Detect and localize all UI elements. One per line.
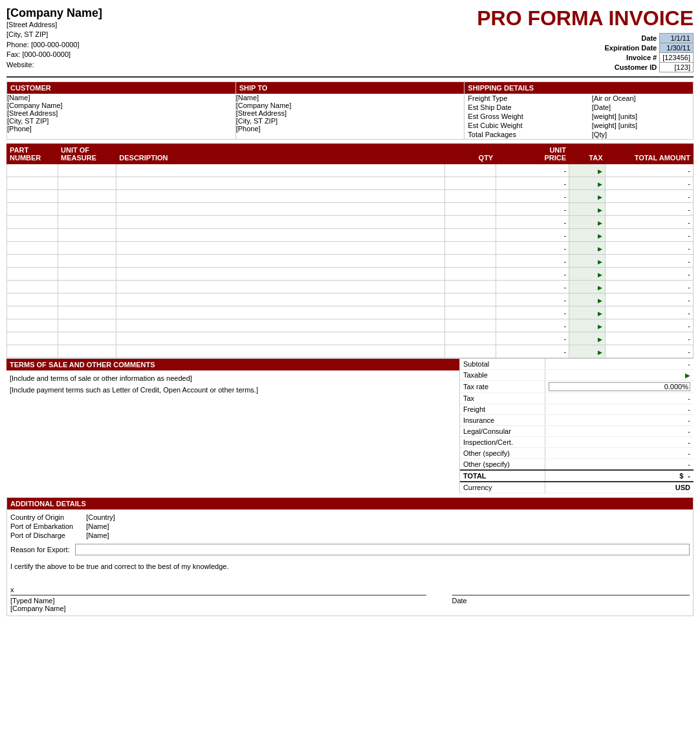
cell-qty xyxy=(445,203,496,216)
cell-part xyxy=(7,242,58,255)
insurance-label: Insurance xyxy=(460,415,545,426)
table-row: - ▶ - xyxy=(7,345,694,358)
table-row: - ▶ - xyxy=(7,164,694,177)
cell-price: - xyxy=(496,177,569,190)
cell-qty xyxy=(445,345,496,358)
cell-part xyxy=(7,229,58,242)
terms-header: TERMS OF SALE AND OTHER COMMENTS xyxy=(6,359,459,370)
table-row: - ▶ - xyxy=(7,216,694,229)
customer-header: CUSTOMER xyxy=(7,82,235,94)
cell-tax: ▶ xyxy=(569,294,606,306)
other1-row: Other (specify) - xyxy=(460,448,694,459)
sig-company: [Company Name] xyxy=(10,605,426,612)
tax-rate-input[interactable] xyxy=(549,382,690,391)
dollar-sign: $ xyxy=(679,472,686,480)
shipping-row-gross: Est Gross Weight [weight] [units] xyxy=(465,112,693,121)
cubic-weight-value: [weight] [units] xyxy=(589,121,693,130)
reason-input[interactable] xyxy=(75,544,690,555)
additional-table: Country of Origin [Country] Port of Emba… xyxy=(10,513,122,540)
cell-tax: ▶ xyxy=(569,332,606,345)
cell-part xyxy=(7,332,58,345)
cell-part xyxy=(7,177,58,190)
table-row: - ▶ - xyxy=(7,255,694,268)
tax-rate-row: Tax rate xyxy=(460,381,694,393)
taxable-value: ▶ xyxy=(545,370,694,381)
info-columns: CUSTOMER [Name] [Company Name] [Street A… xyxy=(6,81,694,140)
freight-value: [Air or Ocean] xyxy=(589,94,693,103)
cell-total: - xyxy=(606,332,694,345)
insurance-value: - xyxy=(545,415,694,426)
total-value: $ - xyxy=(545,470,694,482)
cell-tax: ▶ xyxy=(569,345,606,358)
cell-unit xyxy=(58,177,116,190)
terms-block: TERMS OF SALE AND OTHER COMMENTS [Includ… xyxy=(6,359,460,493)
reason-label: Reason for Export: xyxy=(10,546,70,553)
cell-part xyxy=(7,164,58,177)
company-info-block: [Company Name] [Street Address] [City, S… xyxy=(6,6,477,70)
invoice-header: [Company Name] [Street Address] [City, S… xyxy=(6,6,694,78)
cell-unit xyxy=(58,242,116,255)
table-row: - ▶ - xyxy=(7,203,694,216)
country-value: [Country] xyxy=(80,513,122,522)
cell-unit xyxy=(58,216,116,229)
table-row: - ▶ - xyxy=(7,319,694,332)
cell-unit xyxy=(58,190,116,203)
taxable-row: Taxable ▶ xyxy=(460,370,694,381)
cell-unit xyxy=(58,281,116,294)
tax-rate-label: Tax rate xyxy=(460,381,545,393)
freight-label: Freight Type xyxy=(465,94,588,103)
cell-unit xyxy=(58,164,116,177)
freight-value: - xyxy=(545,404,694,415)
cell-unit xyxy=(58,319,116,332)
cell-desc xyxy=(116,345,445,358)
cell-total: - xyxy=(606,242,694,255)
cell-total: - xyxy=(606,190,694,203)
cell-desc xyxy=(116,306,445,319)
gross-weight-label: Est Gross Weight xyxy=(465,112,588,121)
cell-tax: ▶ xyxy=(569,203,606,216)
cell-qty xyxy=(445,306,496,319)
tax-row: Tax - xyxy=(460,393,694,404)
cell-price: - xyxy=(496,332,569,345)
freight-label: Freight xyxy=(460,404,545,415)
cell-total: - xyxy=(606,294,694,306)
col-part-number: PARTNUMBER xyxy=(7,144,58,164)
customer-col: CUSTOMER [Name] [Company Name] [Street A… xyxy=(6,81,235,140)
cell-desc xyxy=(116,177,445,190)
cell-part xyxy=(7,319,58,332)
cell-price: - xyxy=(496,216,569,229)
expiration-label: Expiration Date xyxy=(602,43,659,53)
expiration-value: 1/30/11 xyxy=(660,43,694,53)
sig-line xyxy=(10,595,426,595)
tax-label: Tax xyxy=(460,393,545,404)
col-total-amount: TOTAL AMOUNT xyxy=(606,144,694,164)
cell-total: - xyxy=(606,319,694,332)
city-state-zip: [City, ST ZIP] xyxy=(6,30,477,39)
subtotal-value: - xyxy=(545,359,694,370)
ship-company: [Company Name] xyxy=(236,102,465,109)
shipping-row-cubic: Est Cubic Weight [weight] [units] xyxy=(465,121,693,130)
cell-price: - xyxy=(496,255,569,268)
invoice-number-label: Invoice # xyxy=(602,53,659,63)
cell-qty xyxy=(445,281,496,294)
tax-rate-value[interactable] xyxy=(545,381,694,393)
cell-unit xyxy=(58,268,116,281)
ship-date-value: [Date] xyxy=(589,103,693,112)
cell-total: - xyxy=(606,203,694,216)
reason-row: Reason for Export: xyxy=(10,544,690,555)
cell-tax: ▶ xyxy=(569,255,606,268)
shipping-details-header: SHIPPING DETAILS xyxy=(465,82,693,94)
cell-unit xyxy=(58,345,116,358)
country-row: Country of Origin [Country] xyxy=(10,513,122,522)
legal-value: - xyxy=(545,426,694,437)
ship-date-label: Est Ship Date xyxy=(465,103,588,112)
table-row: - ▶ - xyxy=(7,177,694,190)
fax: Fax: [000-000-0000] xyxy=(6,50,477,59)
cell-total: - xyxy=(606,255,694,268)
cell-qty xyxy=(445,294,496,306)
taxable-label: Taxable xyxy=(460,370,545,381)
cell-total: - xyxy=(606,177,694,190)
signature-block: x [Typed Name] [Company Name] xyxy=(10,586,426,612)
date-sig-label: Date xyxy=(452,597,690,605)
total-row: TOTAL $ - xyxy=(460,470,694,482)
